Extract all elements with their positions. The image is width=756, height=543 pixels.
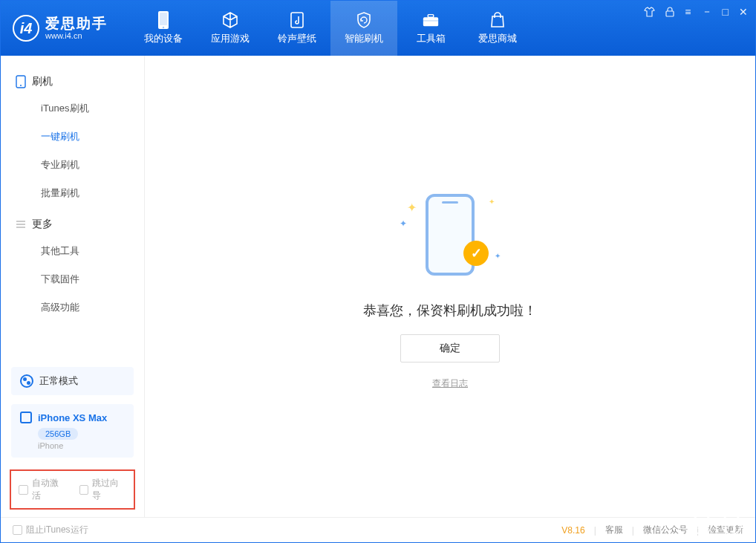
success-illustration: ✦ ✦ ✦ ✦ ✓ — [398, 183, 502, 287]
sidebar-item-pro-flash[interactable]: 专业刷机 — [1, 151, 144, 179]
app-domain: www.i4.cn — [45, 31, 108, 40]
lock-icon[interactable] — [665, 7, 674, 17]
sidebar-item-download-firmware[interactable]: 下载固件 — [1, 265, 144, 293]
logo[interactable]: i4 爱思助手 www.i4.cn — [13, 15, 108, 42]
toolbox-icon — [422, 11, 440, 29]
app-window: i4 爱思助手 www.i4.cn 我的设备 应用游戏 铃声壁纸 智能刷机 — [0, 0, 756, 543]
svg-rect-1 — [160, 13, 167, 25]
checkbox-icon — [19, 485, 28, 495]
tshirt-icon[interactable] — [644, 7, 655, 17]
download-button[interactable] — [691, 514, 712, 535]
tab-label: 爱思商城 — [478, 32, 517, 45]
svg-rect-6 — [423, 20, 438, 22]
wechat-link[interactable]: 微信公众号 — [643, 524, 688, 536]
device-name: iPhone XS Max — [38, 412, 107, 423]
tab-toolbox[interactable]: 工具箱 — [397, 1, 464, 56]
download-icon — [697, 519, 707, 530]
checkbox-skip-guide[interactable]: 跳过向导 — [79, 477, 127, 502]
cube-icon — [221, 11, 239, 29]
sidebar-item-oneclick-flash[interactable]: 一键刷机 — [1, 123, 144, 151]
refresh-shield-icon — [355, 11, 373, 29]
checkbox-label: 自动激活 — [32, 477, 66, 502]
menu-icon[interactable]: ≡ — [685, 6, 691, 18]
svg-point-8 — [730, 521, 734, 525]
sparkle-icon: ✦ — [489, 198, 495, 206]
svg-rect-3 — [291, 13, 303, 27]
mode-card[interactable]: 正常模式 — [11, 367, 134, 395]
header-round-buttons — [691, 514, 742, 535]
checkbox-icon — [79, 485, 89, 495]
sidebar-item-itunes-flash[interactable]: iTunes刷机 — [1, 94, 144, 123]
svg-rect-4 — [423, 17, 438, 26]
list-icon — [16, 219, 26, 230]
section-title: 更多 — [32, 218, 53, 231]
sidebar-section-flash: 刷机 iTunes刷机 一键刷机 专业刷机 批量刷机 — [1, 69, 144, 207]
sidebar-item-advanced[interactable]: 高级功能 — [1, 293, 144, 322]
body: 刷机 iTunes刷机 一键刷机 专业刷机 批量刷机 更多 其他工具 下载固件 … — [1, 56, 755, 517]
user-icon — [726, 519, 737, 530]
mode-icon — [20, 374, 33, 388]
close-button[interactable]: ✕ — [739, 6, 748, 18]
sidebar-item-other-tools[interactable]: 其他工具 — [1, 237, 144, 265]
version-label: V8.16 — [561, 525, 584, 536]
tab-label: 铃声壁纸 — [278, 32, 316, 45]
device-card[interactable]: iPhone XS Max 256GB iPhone — [11, 404, 134, 458]
app-name: 爱思助手 — [45, 16, 108, 32]
tab-label: 工具箱 — [417, 32, 446, 45]
bag-icon — [489, 11, 506, 29]
titlebar: i4 爱思助手 www.i4.cn 我的设备 应用游戏 铃声壁纸 智能刷机 — [1, 1, 755, 56]
tab-label: 智能刷机 — [345, 32, 383, 45]
minimize-button[interactable]: － — [702, 5, 712, 19]
phone-icon — [154, 11, 172, 29]
sparkle-icon: ✦ — [407, 201, 417, 215]
checkbox-label: 阻止iTunes运行 — [26, 524, 88, 536]
tab-label: 应用游戏 — [211, 32, 250, 45]
section-head-more[interactable]: 更多 — [1, 212, 144, 237]
sidebar: 刷机 iTunes刷机 一键刷机 专业刷机 批量刷机 更多 其他工具 下载固件 … — [1, 56, 145, 517]
checkbox-label: 跳过向导 — [92, 477, 126, 502]
svg-rect-5 — [428, 15, 433, 18]
tab-store[interactable]: 爱思商城 — [464, 1, 531, 56]
section-head-flash[interactable]: 刷机 — [1, 69, 144, 94]
checkbox-icon — [13, 525, 22, 535]
phone-outline-icon — [16, 75, 26, 88]
tab-my-device[interactable]: 我的设备 — [130, 1, 197, 56]
main-content: ✦ ✦ ✦ ✦ ✓ 恭喜您，保资料刷机成功啦！ 确定 查看日志 — [145, 56, 755, 517]
tab-apps[interactable]: 应用游戏 — [197, 1, 264, 56]
device-storage-badge: 256GB — [38, 428, 78, 440]
top-tabs: 我的设备 应用游戏 铃声壁纸 智能刷机 工具箱 爱思商城 — [130, 1, 531, 56]
svg-point-10 — [20, 85, 22, 86]
ok-button[interactable]: 确定 — [400, 334, 500, 362]
maximize-button[interactable]: □ — [723, 6, 729, 18]
device-small-icon — [20, 412, 32, 423]
checkbox-block-itunes[interactable]: 阻止iTunes运行 — [13, 524, 88, 536]
logo-icon: i4 — [13, 15, 39, 42]
tab-flash[interactable]: 智能刷机 — [330, 1, 397, 56]
sparkle-icon: ✦ — [400, 218, 407, 229]
options-highlight-box: 自动激活 跳过向导 — [10, 469, 135, 510]
support-link[interactable]: 客服 — [605, 524, 623, 536]
user-button[interactable] — [721, 514, 742, 535]
window-controls: ≡ － □ ✕ — [644, 5, 748, 19]
device-type: iPhone — [38, 441, 125, 450]
statusbar: 阻止iTunes运行 V8.16 | 客服 | 微信公众号 | 检查更新 — [1, 517, 755, 542]
view-log-link[interactable]: 查看日志 — [432, 377, 468, 390]
sparkle-icon: ✦ — [495, 252, 501, 260]
svg-rect-7 — [666, 11, 674, 16]
check-badge-icon: ✓ — [463, 241, 489, 266]
mode-label: 正常模式 — [39, 374, 78, 388]
checkbox-auto-activate[interactable]: 自动激活 — [19, 477, 66, 502]
tab-label: 我的设备 — [144, 32, 183, 45]
section-title: 刷机 — [32, 75, 53, 88]
phone-graphic — [426, 194, 475, 276]
success-message: 恭喜您，保资料刷机成功啦！ — [363, 302, 537, 319]
sidebar-item-batch-flash[interactable]: 批量刷机 — [1, 179, 144, 207]
music-icon — [288, 11, 306, 29]
sidebar-section-more: 更多 其他工具 下载固件 高级功能 — [1, 212, 144, 322]
tab-ringtones[interactable]: 铃声壁纸 — [264, 1, 330, 56]
svg-point-2 — [163, 27, 164, 28]
